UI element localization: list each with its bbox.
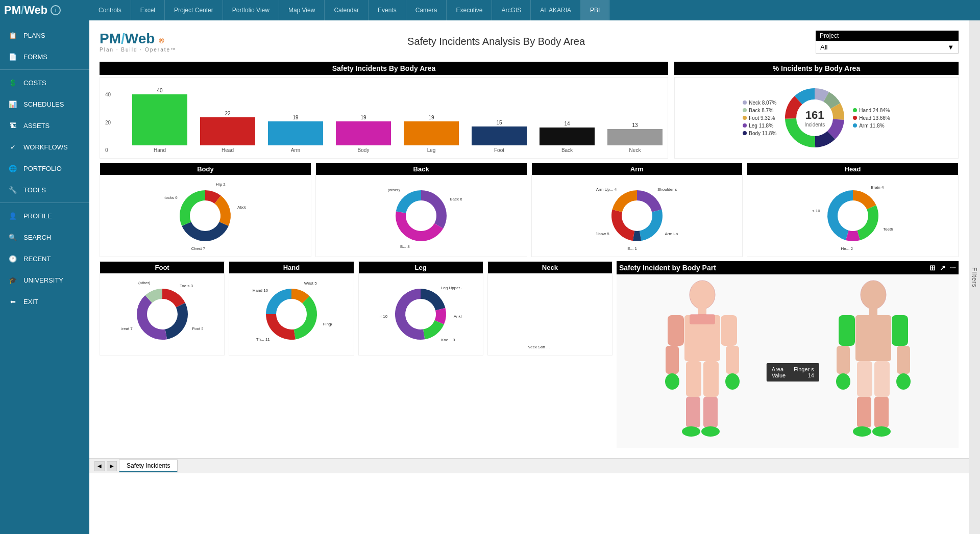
- legend-item: Foot 9.32%: [743, 115, 776, 121]
- svg-rect-55: [874, 361, 890, 397]
- svg-rect-51: [897, 346, 910, 374]
- legend-label: Hand 24.84%: [859, 108, 890, 113]
- donut-area: Neck Soft ...: [488, 273, 612, 355]
- donut-grid-bottom-container: FootToe s 3Foot 5Toe Great 7(other)HandW…: [100, 261, 612, 448]
- sidebar: 📋PLANS📄FORMS💲COSTS📊SCHEDULES🏗ASSETS✓WORK…: [0, 20, 89, 534]
- more-icon[interactable]: ···: [950, 264, 956, 272]
- sidebar-label: UNIVERSITY: [23, 276, 63, 284]
- project-label: Project: [816, 31, 959, 41]
- sidebar-icon-assets: 🏗: [7, 120, 18, 131]
- prev-tab-arrow[interactable]: ◀: [94, 461, 105, 471]
- sidebar-item-forms[interactable]: 📄FORMS: [0, 46, 89, 67]
- nav-tab-excel[interactable]: Excel: [131, 0, 165, 20]
- sidebar-label: TOOLS: [23, 186, 46, 194]
- svg-text:Buttocks 6: Buttocks 6: [164, 195, 178, 200]
- nav-tab-portfolio-view[interactable]: Portfolio View: [223, 0, 279, 20]
- pmweb-logo: PM/Web ® Plan · Build · Operate™: [100, 31, 177, 53]
- sidebar-label: COSTS: [23, 79, 46, 87]
- svg-text:Hip 2: Hip 2: [216, 182, 226, 187]
- donut-svg-neck: Neck Soft ...: [509, 278, 591, 350]
- donut-svg-head: Brain 4Teeth 6He... 2Eye s 10: [812, 180, 894, 251]
- sidebar-item-schedules[interactable]: 📊SCHEDULES: [0, 93, 89, 115]
- bar-col: 19Body: [336, 115, 391, 154]
- donut-svg-foot: Toe s 3Foot 5Toe Great 7(other): [121, 278, 203, 350]
- donut-cell-foot: FootToe s 3Foot 5Toe Great 7(other): [100, 261, 225, 355]
- nav-tab-events[interactable]: Events: [369, 0, 406, 20]
- sidebar-icon-portfolio: 🌐: [7, 163, 18, 174]
- legend-dot: [743, 131, 747, 135]
- donut-cell-head: HeadBrain 4Teeth 6He... 2Eye s 10: [747, 163, 959, 257]
- info-icon[interactable]: i: [51, 5, 61, 15]
- svg-text:Neck Soft ...: Neck Soft ...: [528, 345, 550, 349]
- body-diagram-header: Safety Incident by Body Part ⊞ ↗ ···: [617, 261, 959, 274]
- nav-tab-arcgis[interactable]: ArcGIS: [492, 0, 531, 20]
- svg-rect-34: [666, 346, 679, 374]
- donut-cell-header: Back: [316, 163, 527, 175]
- next-tab-arrow[interactable]: ▶: [107, 461, 117, 471]
- project-select[interactable]: All ▼: [816, 41, 959, 54]
- bar-axis-label: Hand: [154, 147, 166, 153]
- bar-axis-label: Head: [222, 147, 234, 153]
- legend-dot: [853, 116, 857, 120]
- sidebar-divider: [0, 202, 89, 203]
- donut-svg-leg: Leg Upper 4Ankle 2Kne... 3Leg Lower 10: [380, 278, 461, 350]
- sidebar-label: SEARCH: [23, 234, 51, 241]
- nav-tab-camera[interactable]: Camera: [406, 0, 447, 20]
- nav-tab-al-akaria[interactable]: AL AKARIA: [531, 0, 581, 20]
- sidebar-item-portfolio[interactable]: 🌐PORTFOLIO: [0, 158, 89, 179]
- body-diagram-section: Safety Incident by Body Part ⊞ ↗ ···: [617, 261, 959, 448]
- sidebar-item-costs[interactable]: 💲COSTS: [0, 72, 89, 93]
- svg-text:Toe s 3: Toe s 3: [180, 284, 193, 288]
- bottom-tabs: ◀ ▶ Safety Incidents: [89, 458, 969, 473]
- nav-tab-calendar[interactable]: Calendar: [325, 0, 369, 20]
- nav-tab-map-view[interactable]: Map View: [279, 0, 325, 20]
- svg-point-52: [836, 373, 850, 390]
- sidebar-item-workflows[interactable]: ✓WORKFLOWS: [0, 136, 89, 158]
- donut-cell-header: Arm: [532, 163, 743, 175]
- donut-area: Shoulder s 4Arm Low... 5E... 1Elbow 5Arm…: [532, 175, 743, 257]
- sidebar-item-plans[interactable]: 📋PLANS: [0, 24, 89, 46]
- svg-text:Ankle 2: Ankle 2: [454, 314, 461, 319]
- nav-tab-controls[interactable]: Controls: [89, 0, 131, 20]
- nav-tab-executive[interactable]: Executive: [447, 0, 492, 20]
- sidebar-item-profile[interactable]: 👤PROFILE: [0, 205, 89, 226]
- donut-grid-top: BodyHip 2Abdomen 4Chest 7Buttocks 6BackB…: [100, 163, 959, 257]
- svg-text:Teeth 6: Teeth 6: [883, 227, 894, 232]
- sidebar-item-recent[interactable]: 🕐RECENT: [0, 248, 89, 269]
- svg-rect-47: [855, 315, 891, 361]
- legend-dot: [743, 123, 747, 128]
- filter-panel[interactable]: Filters: [969, 20, 980, 534]
- sidebar-item-assets[interactable]: 🏗ASSETS: [0, 115, 89, 136]
- bar-col: 15Foot: [472, 120, 527, 154]
- sidebar-item-tools[interactable]: 🔧TOOLS: [0, 179, 89, 200]
- sidebar-icon-schedules: 📊: [7, 98, 18, 110]
- donut-cell-body: BodyHip 2Abdomen 4Chest 7Buttocks 6: [100, 163, 311, 257]
- svg-point-29: [690, 281, 715, 309]
- donut-cell-header: Body: [100, 163, 311, 175]
- svg-text:Chest 7: Chest 7: [191, 246, 206, 251]
- sidebar-item-search[interactable]: 🔍SEARCH: [0, 226, 89, 248]
- export-icon[interactable]: ↗: [940, 264, 946, 272]
- svg-text:Kne... 3: Kne... 3: [441, 338, 455, 342]
- donut-area: Wrist 5Finger s 14Th... 11Hand 10: [229, 273, 353, 355]
- percent-chart-title: % Incidents by Body Area: [674, 62, 959, 75]
- nav-tab-pbi[interactable]: PBI: [581, 0, 609, 20]
- nav-tab-project-center[interactable]: Project Center: [165, 0, 223, 20]
- body-diagram-icons: ⊞ ↗ ···: [929, 264, 956, 272]
- sidebar-icon-forms: 📄: [7, 51, 18, 62]
- sidebar-item-university[interactable]: 🎓UNIVERSITY: [0, 269, 89, 291]
- filter-icon[interactable]: ⊞: [929, 264, 936, 272]
- svg-text:Brain 4: Brain 4: [871, 185, 884, 190]
- donut-area: Hip 2Abdomen 4Chest 7Buttocks 6: [100, 175, 311, 257]
- donut-cell-header: Leg: [359, 262, 483, 273]
- safety-incidents-tab[interactable]: Safety Incidents: [119, 460, 178, 472]
- legend-right: Hand 24.84%Head 13.66%Arm 11.8%: [853, 108, 890, 129]
- bar-axis-label: Body: [358, 147, 370, 153]
- sidebar-item-exit[interactable]: ⬅EXIT: [0, 291, 89, 312]
- svg-text:B... 8: B... 8: [400, 244, 410, 249]
- filter-label: Filters: [971, 267, 978, 288]
- bar-rect: [404, 121, 459, 146]
- legend-dot: [743, 108, 747, 112]
- legend-label: Neck 8.07%: [749, 100, 776, 106]
- bar-col: 22Head: [200, 111, 255, 153]
